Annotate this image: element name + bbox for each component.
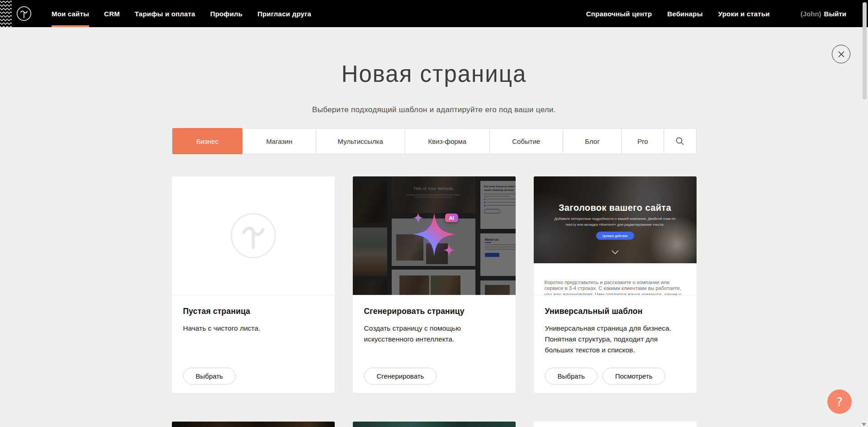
tab-label: Блог [585, 138, 599, 145]
card-buttons: Сгенерировать [364, 368, 437, 384]
nav-item-label: Тарифы и оплата [135, 10, 195, 18]
card-title: Универсальный шаблон [545, 307, 685, 316]
tab-business[interactable]: Бизнес [172, 128, 243, 154]
nav-item-my-sites[interactable]: Мои сайты [52, 0, 89, 27]
tab-quiz-form[interactable]: Квиз-форма [405, 128, 489, 154]
page-title: Новая страница [0, 61, 868, 87]
mini-body-text: Коротко представьтесь и расскажите о ком… [545, 280, 686, 295]
tab-label: Событие [512, 138, 540, 145]
nav-item-label: Мои сайты [52, 10, 89, 18]
active-nav-underline [52, 25, 89, 27]
nav-item-lessons[interactable]: Уроки и статьи [718, 0, 770, 27]
nav-item-label: Профиль [210, 10, 243, 18]
page-subtitle: Выберите подходящий шаблон и адаптируйте… [0, 105, 868, 114]
search-icon [675, 137, 684, 146]
account-area: (John) Выйти [801, 0, 846, 27]
universal-template-preview[interactable]: Заголовок вашего сайта Добавьте интересн… [534, 176, 697, 295]
ai-sparkles: AI [353, 176, 516, 295]
tab-label: Бизнес [196, 138, 218, 145]
scrollbar-down-arrow[interactable] [862, 423, 866, 426]
tilda-logo-icon[interactable] [16, 6, 32, 21]
tab-multilink[interactable]: Мультиссылка [316, 128, 405, 154]
tab-label: Мультиссылка [338, 138, 383, 145]
nav-item-label: CRM [104, 10, 120, 18]
tab-label: Квиз-форма [428, 138, 467, 145]
sparkle-icon-small [413, 213, 423, 223]
mini-hero-section: Заголовок вашего сайта Добавьте интересн… [534, 176, 697, 263]
nav-item-tariffs[interactable]: Тарифы и оплата [135, 0, 195, 27]
mini-cta-button: Целевое действие [596, 232, 634, 240]
sparkle-icon-small [443, 244, 455, 256]
template-card-partial[interactable] [172, 422, 335, 427]
chevron-down-icon [612, 250, 619, 254]
secondary-nav: Справочный центр Вебинары Уроки и статьи… [586, 0, 846, 27]
tab-search[interactable] [664, 128, 696, 154]
card-buttons: Выбрать Посмотреть [545, 368, 665, 384]
ai-badge: AI [445, 214, 458, 222]
nav-item-label: Вебинары [667, 10, 702, 18]
mini-hero-subtitle: Добавьте интересные подробности о вашей … [553, 216, 677, 228]
blank-page-preview[interactable] [172, 176, 335, 295]
tab-blog[interactable]: Блог [563, 128, 622, 154]
template-card-partial[interactable] [353, 422, 516, 427]
help-button[interactable]: ? [827, 389, 852, 414]
top-navbar: Мои сайты CRM Тарифы и оплата Профиль Пр… [0, 0, 868, 27]
nav-item-label: Уроки и статьи [718, 10, 770, 18]
account-username: (John) [801, 10, 821, 18]
tab-pro[interactable]: Pro [621, 128, 663, 154]
close-icon [837, 50, 845, 58]
generate-button[interactable]: Сгенерировать [364, 368, 437, 384]
template-cards-grid: Пустая страница Начать с чистого листа. … [172, 176, 697, 393]
wave-pattern-decoration [0, 0, 12, 27]
logout-link[interactable]: Выйти [824, 10, 846, 18]
nav-item-profile[interactable]: Профиль [210, 0, 243, 27]
card-blank-page: Пустая страница Начать с чистого листа. … [172, 176, 335, 393]
card-buttons: Выбрать [183, 368, 236, 384]
card-description: Создать страницу с помощью искусственног… [364, 323, 504, 345]
main-nav: Мои сайты CRM Тарифы и оплата Профиль Пр… [52, 0, 311, 27]
card-text-block: Универсальный шаблон Универсальная стран… [534, 295, 697, 356]
view-button[interactable]: Посмотреть [602, 368, 665, 384]
card-title: Пустая страница [183, 307, 323, 316]
close-button[interactable] [832, 45, 850, 63]
template-cards-grid-row2 [172, 422, 697, 427]
nav-item-label: Пригласи друга [257, 10, 311, 18]
tab-label: Pro [637, 138, 648, 145]
ai-generate-preview[interactable]: Title of Your Website Get your house in … [353, 176, 516, 295]
card-universal-template: Заголовок вашего сайта Добавьте интересн… [534, 176, 697, 393]
nav-item-webinars[interactable]: Вебинары [667, 0, 702, 27]
card-text-block: Сгенерировать страницу Создать страницу … [353, 295, 516, 345]
card-ai-generate: Title of Your Website Get your house in … [353, 176, 516, 393]
scrollbar-thumb[interactable] [863, 2, 867, 100]
nav-item-invite-friend[interactable]: Пригласи друга [257, 0, 311, 27]
tilda-watermark-icon [231, 213, 276, 258]
card-text-block: Пустая страница Начать с чистого листа. [172, 295, 335, 334]
mini-hero-title: Заголовок вашего сайта [534, 203, 697, 213]
choose-button[interactable]: Выбрать [183, 368, 236, 384]
nav-item-crm[interactable]: CRM [104, 0, 120, 27]
template-card-partial[interactable] [534, 422, 697, 427]
tab-event[interactable]: Событие [489, 128, 563, 154]
card-description: Универсальная страница для бизнеса. Поня… [545, 323, 685, 356]
card-description: Начать с чистого листа. [183, 323, 323, 334]
card-title: Сгенерировать страницу [364, 307, 504, 316]
choose-button[interactable]: Выбрать [545, 368, 598, 384]
tab-label: Магазин [266, 138, 292, 145]
help-icon: ? [836, 395, 843, 409]
tab-shop[interactable]: Магазин [242, 128, 316, 154]
nav-item-label: Справочный центр [586, 10, 652, 18]
nav-item-help-center[interactable]: Справочный центр [586, 0, 652, 27]
template-category-tabs: Бизнес Магазин Мультиссылка Квиз-форма С… [172, 128, 697, 154]
